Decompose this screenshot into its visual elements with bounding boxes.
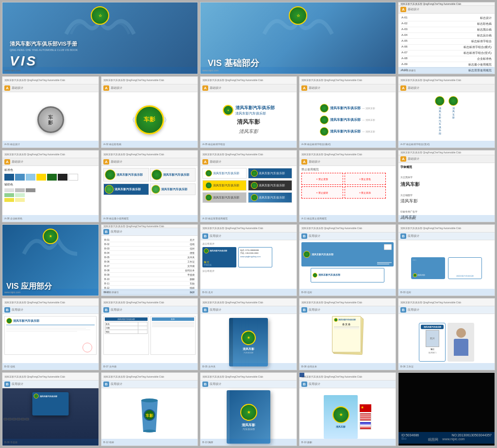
cell-r5c4: 清风车影汽车俱乐部 QingFengCheYing Automobile Clu… bbox=[299, 298, 396, 370]
card-reader-display: 清风车影汽车俱乐部 bbox=[2, 388, 99, 446]
bizcard-display: 总公司名片 清风车影汽车俱乐部 张 三 市场总监 电话: 075 bbox=[200, 240, 297, 274]
badge-b-r4c5: B bbox=[400, 233, 406, 239]
main-grid: ☆ 清风车影汽车俱乐部VIS手册 QING FENG CHE YING AUTO… bbox=[0, 0, 497, 448]
vis-basic-text: VIS 基础部分 bbox=[208, 57, 259, 69]
folder-display: ★ 清风车影 汽车俱乐部 bbox=[200, 314, 297, 370]
cell-r5c5: 清风车影汽车俱乐部 QingFengCheYing Automobile Clu… bbox=[398, 298, 495, 370]
section-badge-a: A bbox=[400, 7, 406, 12]
logo-bg-display: 清风车影汽车俱乐部 清风车影汽车俱乐部 清风车影汽车俱乐部 清风车影汽车俱乐部 … bbox=[200, 166, 297, 205]
paper-docs-display: 清风车影汽车俱乐部 合 文 合 bbox=[299, 314, 396, 370]
svg-point-1 bbox=[141, 398, 158, 402]
cell-r2c2: 清风车影汽车俱乐部 QingFengCheYing Automobile Clu… bbox=[101, 76, 198, 149]
svg-point-2 bbox=[143, 430, 156, 432]
cell-r2c3: 清风车影汽车俱乐部 QingFengCheYing Automobile Clu… bbox=[200, 76, 297, 149]
badge-a-r2c1: A bbox=[4, 85, 10, 91]
cover-vis-text: VIS bbox=[10, 53, 37, 69]
cover-title-cn: 清风车影汽车俱乐部VIS手册 bbox=[10, 40, 77, 48]
wm-r2c5: A-07 标志标准字组合(竖式) bbox=[398, 141, 495, 148]
flags-display: ★ 清风车影 ★ bbox=[299, 388, 396, 446]
logo-vert-display: 清风车影汽车俱乐部 清风车影 bbox=[398, 92, 495, 148]
cell-r2c1: 清风车影汽车俱乐部 QingFengCheYing Automobile Clu… bbox=[2, 76, 99, 149]
wm-r5c5: B-06 工作证 bbox=[398, 363, 495, 370]
font-spec-display: 字体规范 方正黑体字 清风车影 方正细圆字 清风车影 印刷专用广告字 清风车影 bbox=[398, 163, 495, 222]
wm-r3c5: A-12 字体规范 bbox=[398, 215, 495, 222]
cell-r2c4: 清风车影汽车俱乐部 QingFengCheYing Automobile Clu… bbox=[299, 76, 396, 149]
cell-r6c5: Bo ID:5034686 NO:201306130503044357 昵图网 … bbox=[398, 372, 495, 446]
company-header: 清风车影汽车俱乐部 QingFengCheYing Automobile Clu… bbox=[400, 2, 461, 5]
badge-a-r2c4: A bbox=[301, 85, 307, 91]
badge-b-r6c1: B bbox=[4, 382, 10, 387]
badge-b-r5c1: B bbox=[4, 307, 10, 313]
toc-b-display: B-01名片 B-02信纸 B-03信封 B-04便签 B-05文件夹 B-06… bbox=[101, 236, 198, 297]
logo-combo-display: 清风车影汽车俱乐部 — 清风车影 清风车影汽车俱乐部 — 清风车影 清风车影汽车… bbox=[299, 92, 396, 148]
wm-r5c1: B-02 信纸 bbox=[2, 363, 99, 370]
cell-r4c1: ★ VIS 应用部分 www.nipic.com bbox=[2, 224, 99, 297]
cell-r3c2: 清风车影汽车俱乐部 QingFengCheYing Automobile Clu… bbox=[101, 150, 198, 222]
cell-r5c1: 清风车影汽车俱乐部 QingFengCheYing Automobile Clu… bbox=[2, 298, 99, 370]
cell-r2c5: 清风车影汽车俱乐部 QingFengCheYing Automobile Clu… bbox=[398, 76, 495, 149]
wm-r4c4: B-03 信封 bbox=[299, 289, 396, 296]
logo-bg2-display: 禁止使用规范 × 禁止变形 × 禁止变色 × 禁止旋转 × 禁止添加 bbox=[299, 166, 396, 200]
logo-silver-display: 车影 bbox=[2, 92, 99, 148]
cell-r4c2: 清风车影汽车俱乐部 QingFengCheYing Automobile Clu… bbox=[101, 224, 198, 297]
badge-b-r6c3: B bbox=[202, 382, 208, 387]
svg-text:车影: 车影 bbox=[146, 413, 154, 418]
badge-b-r5c2: B bbox=[103, 307, 109, 313]
wm-r3c4: A-11 标志禁止使用规范 bbox=[299, 215, 396, 222]
wm-r5c2: B-07 文件袋 bbox=[101, 363, 198, 370]
watermark-3: A-00 目录索引 bbox=[398, 67, 495, 74]
badge-a-r2c2: A bbox=[103, 85, 109, 91]
cell-r4c3: 清风车影汽车俱乐部 QingFengCheYing Automobile Clu… bbox=[200, 224, 297, 297]
nipic-site: 昵图网 bbox=[428, 437, 438, 442]
wm-r3c2: A-09 标志最小使用规范 bbox=[101, 215, 198, 222]
cell-r4c4: 清风车影汽车俱乐部 QingFengCheYing Automobile Clu… bbox=[299, 224, 396, 297]
folder2-display: ★ 清风车影 汽车俱乐部 bbox=[200, 388, 297, 446]
id-badge-display: 清风车影汽车俱乐部 照片 张三 技术部门 bbox=[398, 314, 495, 370]
cell-r5c3: 清风车影汽车俱乐部 QingFengCheYing Automobile Clu… bbox=[200, 298, 297, 370]
wm-r6c1: B-09 手提袋 bbox=[2, 439, 99, 446]
nipic-no: NO:201306130503044357 bbox=[451, 433, 492, 437]
cover-cell-2: ☆ VIS 基础部分 www.nipic.com bbox=[200, 2, 396, 74]
logo-size-display: 清风车影汽车俱乐部 清风车影汽车俱乐部 清风车影汽车俱乐部 清风车影汽车俱乐部 bbox=[101, 166, 198, 197]
cell-r3c5: 清风车影汽车俱乐部 QingFengCheYing Automobile Clu… bbox=[398, 150, 495, 222]
cell-header-r1c5: 清风车影汽车俱乐部 QingFengCheYing Automobile Clu… bbox=[398, 2, 495, 6]
wm-r4c5: B-03 信封 bbox=[398, 289, 495, 296]
badge-b-r4c2: B bbox=[103, 229, 109, 234]
badge-b-r4c3: B bbox=[202, 233, 208, 239]
cell-r6c4: 清风车影汽车俱乐部 QingFengCheYing Automobile Clu… bbox=[299, 372, 396, 446]
nipic-id: ID:5034686 bbox=[401, 433, 419, 437]
cup-display: 车影 bbox=[101, 388, 198, 446]
wm-r6c4: B-10 旗帜 bbox=[299, 439, 396, 446]
badge-a-r3c4: A bbox=[301, 159, 307, 165]
cell-r5c2: 清风车影汽车俱乐部 QingFengCheYing Automobile Clu… bbox=[101, 298, 198, 370]
cell-header-r2c1: 清风车影汽车俱乐部 QingFengCheYing Automobile Clu… bbox=[2, 77, 99, 84]
wm-r2c4: A-06 标志标准字组合(横式) bbox=[299, 141, 396, 148]
cell-r6c1: 清风车影汽车俱乐部 QingFengCheYing Automobile Clu… bbox=[2, 372, 99, 446]
wm-r3c3: A-10 标志背景使用规范 bbox=[200, 215, 297, 222]
cell-r3c1: 清风车影汽车俱乐部 QingFengCheYing Automobile Clu… bbox=[2, 150, 99, 222]
logo-text-display: ★ 清风车影汽车俱乐部 清风车影汽车俱乐部 清风车影 清风车影 bbox=[200, 92, 297, 148]
nipic-info-bar: ID:5034686 NO:201306130503044357 昵图网 www… bbox=[398, 432, 495, 444]
badge-a-r3c1: A bbox=[4, 159, 10, 165]
letterhead-display: 清风车影汽车俱乐部 bbox=[2, 314, 99, 370]
wm-r6c3: B-13 胸牌 bbox=[200, 439, 297, 446]
nipic-url: www.nipic.com bbox=[442, 437, 464, 442]
wm-r4c3: B-01 名片 bbox=[200, 289, 297, 296]
cell-r3c4: 清风车影汽车俱乐部 QingFengCheYing Automobile Clu… bbox=[299, 150, 396, 222]
cell-r6c3: 清风车影汽车俱乐部 QingFengCheYing Automobile Clu… bbox=[200, 372, 297, 446]
cell-r3c3: 清风车影汽车俱乐部 QingFengCheYing Automobile Clu… bbox=[200, 150, 297, 222]
wm-r4c2: B-00 目录索引 bbox=[101, 289, 198, 296]
wm-r3c1: A-08 企业标准色 bbox=[2, 215, 99, 222]
badge-a-r3c5: A bbox=[400, 156, 406, 162]
wm-r5c3: B-05 文件夹 bbox=[200, 363, 297, 370]
form-display: 清风车影汽车俱乐部 姓名 日期 地址 表单 bbox=[101, 314, 198, 370]
wm-r2c2: A-02 标志彩色稿 bbox=[101, 141, 198, 148]
cover-cell-1: ☆ 清风车影汽车俱乐部VIS手册 QING FENG CHE YING AUTO… bbox=[2, 2, 198, 74]
badge-a-r2c5: A bbox=[400, 85, 406, 91]
toc-list: A-01标志设计 A-02标志彩色稿 A-03标志黑白稿 A-04标志反白稿 A… bbox=[400, 16, 493, 74]
section-label: 基础设计 bbox=[408, 7, 419, 12]
badge-a-r2c3: A bbox=[202, 85, 208, 91]
logo-color-display: 车影 〈 〉 bbox=[101, 92, 198, 148]
envelope-large-display: 清风车影汽车俱乐部 清风车影汽车俱乐部 bbox=[299, 240, 396, 284]
badge-b-r6c2: B bbox=[103, 382, 109, 387]
